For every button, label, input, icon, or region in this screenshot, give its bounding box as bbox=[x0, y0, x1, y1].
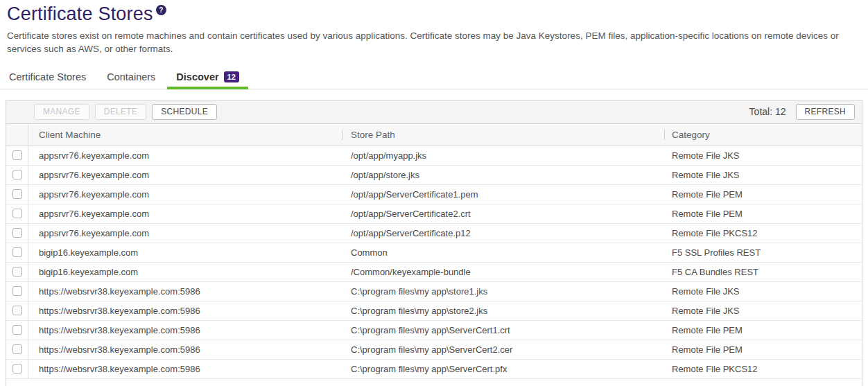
row-checkbox[interactable] bbox=[12, 286, 22, 296]
tab-discover[interactable]: Discover 12 bbox=[167, 66, 248, 89]
row-checkbox-cell bbox=[6, 321, 28, 340]
column-header-category[interactable]: Category bbox=[664, 130, 862, 140]
row-checkbox[interactable] bbox=[12, 170, 22, 179]
row-checkbox[interactable] bbox=[12, 325, 22, 335]
page-header: Certificate Stores ? Certificate stores … bbox=[0, 0, 868, 56]
total-count: Total: 12 bbox=[749, 106, 786, 117]
tab-badge: 12 bbox=[224, 71, 239, 82]
table-row: appsrvr76.keyexample.com /opt/app/Server… bbox=[6, 224, 862, 243]
category-cell: Remote File PEM bbox=[664, 189, 862, 200]
client-machine-cell: appsrvr76.keyexample.com bbox=[28, 228, 342, 238]
row-checkbox[interactable] bbox=[12, 344, 22, 354]
tab-containers[interactable]: Containers bbox=[98, 66, 164, 89]
store-path-cell: /opt/app/myapp.jks bbox=[342, 150, 664, 161]
manage-button[interactable]: MANAGE bbox=[34, 104, 89, 120]
row-checkbox-cell bbox=[6, 282, 28, 301]
client-machine-cell: bigip16.keyexample.com bbox=[28, 247, 342, 258]
table-row: appsrvr76.keyexample.com /opt/app/Server… bbox=[6, 185, 862, 204]
store-path-cell: C:\program files\my app\ServerCert1.crt bbox=[342, 325, 664, 335]
category-cell: F5 CA Bundles REST bbox=[664, 267, 862, 277]
help-icon[interactable]: ? bbox=[156, 5, 166, 15]
store-path-cell: Common bbox=[342, 247, 664, 258]
column-header-store-path[interactable]: Store Path bbox=[342, 130, 664, 140]
client-machine-cell: bigip16.keyexample.com bbox=[28, 267, 342, 277]
table-row: appsrvr76.keyexample.com /opt/app/myapp.… bbox=[6, 146, 862, 166]
row-checkbox-cell bbox=[6, 340, 28, 359]
tab-label: Discover bbox=[176, 71, 218, 82]
table-row: https://websrvr38.keyexample.com:5986 C:… bbox=[6, 340, 862, 360]
client-machine-cell: https://websrvr38.keyexample.com:5986 bbox=[28, 306, 342, 316]
client-machine-cell: https://websrvr38.keyexample.com:5986 bbox=[28, 325, 342, 335]
row-checkbox-cell bbox=[6, 360, 28, 378]
delete-button[interactable]: DELETE bbox=[95, 104, 146, 120]
table-row: https://websrvr38.keyexample.com:5986 C:… bbox=[6, 321, 862, 340]
row-checkbox[interactable] bbox=[12, 306, 22, 315]
category-cell: Remote File PKCS12 bbox=[664, 364, 862, 374]
category-cell: Remote File JKS bbox=[664, 306, 862, 316]
table-row: appsrvr76.keyexample.com /opt/app/store.… bbox=[6, 166, 862, 185]
client-machine-cell: appsrvr76.keyexample.com bbox=[28, 170, 342, 180]
row-checkbox-cell bbox=[6, 301, 28, 320]
store-path-cell: /Common/keyexample-bundle bbox=[342, 267, 664, 277]
tab-label: Containers bbox=[107, 71, 155, 82]
table-row: bigip16.keyexample.com /Common/keyexampl… bbox=[6, 263, 862, 282]
client-machine-cell: https://websrvr38.keyexample.com:5986 bbox=[28, 286, 342, 297]
table-row: https://websrvr38.keyexample.com:5986 C:… bbox=[6, 360, 862, 379]
category-cell: Remote File PEM bbox=[664, 325, 862, 335]
category-cell: F5 SSL Profiles REST bbox=[664, 247, 862, 258]
store-path-cell: /opt/app/ServerCertificate.p12 bbox=[342, 228, 664, 238]
page-title: Certificate Stores bbox=[7, 3, 153, 25]
client-machine-cell: https://websrvr38.keyexample.com:5986 bbox=[28, 364, 342, 374]
header-checkbox-cell bbox=[6, 124, 28, 146]
store-path-cell: /opt/app/ServerCertificate2.crt bbox=[342, 209, 664, 219]
category-cell: Remote File PKCS12 bbox=[664, 228, 862, 238]
tab-label: Certificate Stores bbox=[9, 71, 86, 82]
table-row: https://websrvr38.keyexample.com:5986 C:… bbox=[6, 301, 862, 321]
table-row: appsrvr76.keyexample.com /opt/app/Server… bbox=[6, 204, 862, 224]
table-body: appsrvr76.keyexample.com /opt/app/myapp.… bbox=[6, 146, 862, 379]
row-checkbox[interactable] bbox=[12, 267, 22, 277]
grid-footer bbox=[6, 379, 862, 386]
column-header-client-machine[interactable]: Client Machine bbox=[28, 130, 342, 140]
row-checkbox-cell bbox=[6, 146, 28, 165]
category-cell: Remote File JKS bbox=[664, 170, 862, 180]
row-checkbox-cell bbox=[6, 263, 28, 281]
tabs: Certificate Stores Containers Discover 1… bbox=[0, 66, 868, 89]
page-description: Certificate stores exist on remote machi… bbox=[7, 30, 861, 56]
row-checkbox-cell bbox=[6, 204, 28, 223]
schedule-button[interactable]: SCHEDULE bbox=[152, 104, 217, 120]
category-cell: Remote File JKS bbox=[664, 286, 862, 297]
category-cell: Remote File PEM bbox=[664, 344, 862, 355]
client-machine-cell: appsrvr76.keyexample.com bbox=[28, 189, 342, 200]
grid-toolbar: MANAGE DELETE SCHEDULE Total: 12 REFRESH bbox=[6, 100, 862, 124]
row-checkbox-cell bbox=[6, 166, 28, 184]
tab-certificate-stores[interactable]: Certificate Stores bbox=[0, 66, 95, 89]
client-machine-cell: appsrvr76.keyexample.com bbox=[28, 150, 342, 161]
table-header: Client Machine Store Path Category bbox=[6, 124, 862, 146]
store-path-cell: C:\program files\my app\ServerCert.pfx bbox=[342, 364, 664, 374]
store-path-cell: /opt/app/store.jks bbox=[342, 170, 664, 180]
row-checkbox[interactable] bbox=[12, 150, 22, 160]
client-machine-cell: https://websrvr38.keyexample.com:5986 bbox=[28, 344, 342, 355]
category-cell: Remote File JKS bbox=[664, 150, 862, 161]
client-machine-cell: appsrvr76.keyexample.com bbox=[28, 209, 342, 219]
row-checkbox[interactable] bbox=[12, 209, 22, 218]
row-checkbox-cell bbox=[6, 185, 28, 204]
store-path-cell: C:\program files\my app\store1.jks bbox=[342, 286, 664, 297]
row-checkbox[interactable] bbox=[12, 247, 22, 257]
row-checkbox[interactable] bbox=[12, 364, 22, 374]
store-path-cell: C:\program files\my app\store2.jks bbox=[342, 306, 664, 316]
table-row: https://websrvr38.keyexample.com:5986 C:… bbox=[6, 282, 862, 301]
table-row: bigip16.keyexample.com Common F5 SSL Pro… bbox=[6, 243, 862, 263]
store-path-cell: C:\program files\my app\ServerCert2.cer bbox=[342, 344, 664, 355]
refresh-button[interactable]: REFRESH bbox=[796, 104, 855, 120]
row-checkbox-cell bbox=[6, 243, 28, 262]
row-checkbox[interactable] bbox=[12, 228, 22, 238]
category-cell: Remote File PEM bbox=[664, 209, 862, 219]
store-path-cell: /opt/app/ServerCertificate1.pem bbox=[342, 189, 664, 200]
certificate-stores-grid: MANAGE DELETE SCHEDULE Total: 12 REFRESH… bbox=[6, 100, 862, 386]
row-checkbox[interactable] bbox=[12, 189, 22, 199]
row-checkbox-cell bbox=[6, 224, 28, 243]
